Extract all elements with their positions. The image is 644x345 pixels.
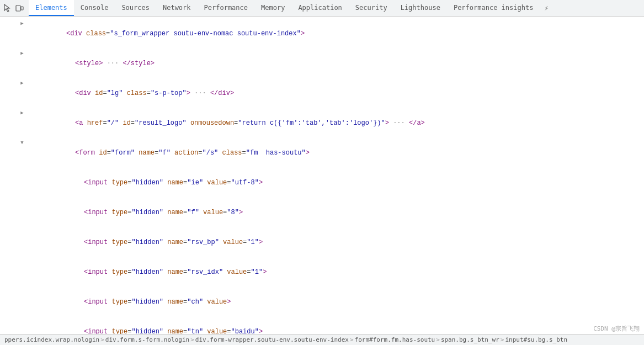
toolbar-icons bbox=[2, 3, 29, 13]
line-expander[interactable]: ▶ bbox=[18, 49, 26, 59]
breadcrumb-item[interactable]: ppers.icindex.wrap.nologin bbox=[4, 336, 99, 343]
watermark: CSDN @宗旨飞翔 bbox=[593, 325, 640, 333]
code-line[interactable]: <input type="hidden" name="rsv_idx" valu… bbox=[0, 257, 644, 287]
line-content: <input type="hidden" name="rsv_bp" value… bbox=[26, 227, 640, 257]
tab-performance[interactable]: Performance bbox=[198, 0, 254, 16]
code-line[interactable]: ▼ <form id="form" name="f" action="/s" c… bbox=[0, 138, 644, 168]
tab-memory[interactable]: Memory bbox=[254, 0, 291, 16]
breadcrumb-item[interactable]: form#form.fm.has-soutu bbox=[355, 336, 435, 343]
devtools-main: ▶ <div class="s_form_wrapper soutu-env-n… bbox=[0, 17, 644, 334]
code-line[interactable]: ▶ <style> ··· </style> bbox=[0, 49, 644, 78]
breadcrumb-sep: > bbox=[501, 336, 504, 343]
tab-sources[interactable]: Sources bbox=[115, 0, 156, 16]
svg-rect-1 bbox=[21, 7, 23, 10]
code-line[interactable]: ▶ <a href="/" id="result_logo" onmousedo… bbox=[0, 108, 644, 138]
tab-lighthouse[interactable]: Lighthouse bbox=[394, 0, 447, 16]
breadcrumb-item[interactable]: div.form-wrapper.soutu-env.soutu-env-ind… bbox=[195, 336, 349, 343]
more-tabs-icon[interactable]: ⚡ bbox=[540, 0, 552, 16]
breadcrumb-item[interactable]: input#su.bg.s_btn bbox=[505, 336, 567, 343]
code-line[interactable]: <input type="hidden" name="ie" value="ut… bbox=[0, 168, 644, 198]
code-line[interactable]: <input type="hidden" name="rsv_bp" value… bbox=[0, 227, 644, 257]
code-line[interactable]: <input type="hidden" name="f" value="8"> bbox=[0, 198, 644, 227]
line-content: <input type="hidden" name="ie" value="ut… bbox=[26, 168, 640, 198]
tab-performance-insights[interactable]: Performance insights bbox=[447, 0, 540, 16]
devtools-toolbar: Elements Console Sources Network Perform… bbox=[0, 0, 644, 17]
line-expander[interactable]: ▶ bbox=[18, 19, 26, 29]
line-expander[interactable]: ▶ bbox=[18, 108, 26, 118]
code-line[interactable]: <input type="hidden" name="ch" value> bbox=[0, 287, 644, 317]
code-line[interactable]: ▶ <div class="s_form_wrapper soutu-env-n… bbox=[0, 19, 644, 49]
line-content: <div class="s_form_wrapper soutu-env-nom… bbox=[26, 19, 640, 49]
line-content: <form id="form" name="f" action="/s" cla… bbox=[26, 138, 640, 168]
tab-elements[interactable]: Elements bbox=[29, 0, 74, 16]
device-icon[interactable] bbox=[14, 3, 24, 13]
line-expander[interactable]: ▼ bbox=[18, 138, 26, 148]
line-content: <style> ··· </style> bbox=[26, 49, 640, 78]
cursor-icon[interactable] bbox=[2, 3, 12, 13]
breadcrumb-item[interactable]: span.bg.s_btn_wr bbox=[441, 336, 499, 343]
line-content: <input type="hidden" name="f" value="8"> bbox=[26, 198, 640, 227]
code-line[interactable]: <input type="hidden" name="tn" value="ba… bbox=[0, 317, 644, 334]
line-content: <a href="/" id="result_logo" onmousedown… bbox=[26, 108, 640, 138]
breadcrumb-sep: > bbox=[350, 336, 354, 343]
breadcrumb-sep: > bbox=[190, 336, 194, 343]
line-content: <div id="lg" class="s-p-top"> ··· </div> bbox=[26, 78, 640, 108]
toolbar-tabs: Elements Console Sources Network Perform… bbox=[29, 0, 553, 16]
tab-security[interactable]: Security bbox=[349, 0, 394, 16]
tab-application[interactable]: Application bbox=[291, 0, 348, 16]
line-content: <input type="hidden" name="ch" value> bbox=[26, 287, 640, 317]
line-content: <input type="hidden" name="rsv_idx" valu… bbox=[26, 257, 640, 287]
breadcrumb-item[interactable]: div.form.s-form.nologin bbox=[105, 336, 189, 343]
breadcrumb-sep: > bbox=[436, 336, 440, 343]
code-line[interactable]: ▶ <div id="lg" class="s-p-top"> ··· </di… bbox=[0, 78, 644, 108]
svg-rect-0 bbox=[16, 6, 20, 11]
code-panel: ▶ <div class="s_form_wrapper soutu-env-n… bbox=[0, 17, 644, 334]
line-expander[interactable]: ▶ bbox=[18, 78, 26, 88]
tab-network[interactable]: Network bbox=[156, 0, 198, 16]
line-content: <input type="hidden" name="tn" value="ba… bbox=[26, 317, 640, 334]
code-lines: ▶ <div class="s_form_wrapper soutu-env-n… bbox=[0, 17, 644, 334]
tab-console[interactable]: Console bbox=[74, 0, 115, 16]
breadcrumb-bar: ppers.icindex.wrap.nologin > div.form.s-… bbox=[0, 334, 644, 345]
breadcrumb-sep: > bbox=[100, 336, 104, 343]
